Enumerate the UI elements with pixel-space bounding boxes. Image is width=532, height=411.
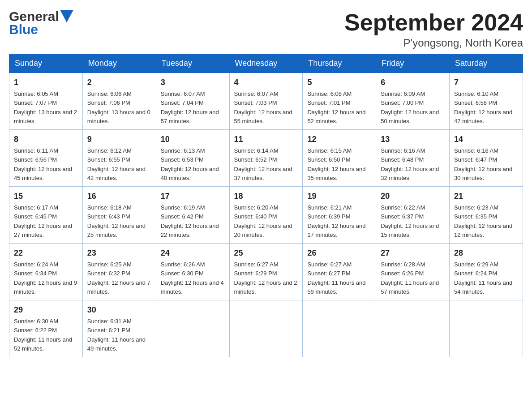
calendar-cell: 1 Sunrise: 6:05 AMSunset: 7:07 PMDayligh… xyxy=(9,73,83,130)
col-monday: Monday xyxy=(82,54,156,73)
day-number: 1 xyxy=(14,77,78,89)
calendar-cell: 25 Sunrise: 6:27 AMSunset: 6:29 PMDaylig… xyxy=(229,244,303,300)
calendar-table: Sunday Monday Tuesday Wednesday Thursday… xyxy=(9,54,523,357)
day-number: 24 xyxy=(161,247,225,259)
day-number: 3 xyxy=(161,77,225,89)
day-number: 17 xyxy=(161,190,225,202)
day-info: Sunrise: 6:27 AMSunset: 6:29 PMDaylight:… xyxy=(234,261,297,295)
day-info: Sunrise: 6:11 AMSunset: 6:56 PMDaylight:… xyxy=(14,147,72,181)
month-title: September 2024 xyxy=(344,9,523,36)
day-info: Sunrise: 6:14 AMSunset: 6:52 PMDaylight:… xyxy=(234,147,292,181)
calendar-cell: 7 Sunrise: 6:10 AMSunset: 6:58 PMDayligh… xyxy=(450,73,523,130)
calendar-week-row: 29 Sunrise: 6:30 AMSunset: 6:22 PMDaylig… xyxy=(9,300,523,357)
calendar-cell: 27 Sunrise: 6:28 AMSunset: 6:26 PMDaylig… xyxy=(376,244,450,300)
day-info: Sunrise: 6:27 AMSunset: 6:27 PMDaylight:… xyxy=(307,261,365,295)
col-saturday: Saturday xyxy=(450,54,523,73)
day-info: Sunrise: 6:12 AMSunset: 6:55 PMDaylight:… xyxy=(87,147,146,181)
calendar-cell: 4 Sunrise: 6:07 AMSunset: 7:03 PMDayligh… xyxy=(229,73,303,130)
day-info: Sunrise: 6:26 AMSunset: 6:30 PMDaylight:… xyxy=(161,261,224,295)
day-info: Sunrise: 6:20 AMSunset: 6:40 PMDaylight:… xyxy=(234,204,292,238)
day-number: 13 xyxy=(381,133,445,146)
logo: General Blue xyxy=(9,9,73,37)
day-info: Sunrise: 6:28 AMSunset: 6:26 PMDaylight:… xyxy=(381,261,439,295)
calendar-cell: 3 Sunrise: 6:07 AMSunset: 7:04 PMDayligh… xyxy=(156,73,229,130)
logo-arrow-icon xyxy=(60,10,73,22)
title-area: September 2024 P'yongsong, North Korea xyxy=(344,9,523,49)
day-number: 25 xyxy=(234,247,298,259)
calendar-cell xyxy=(229,300,303,357)
day-number: 29 xyxy=(14,304,78,316)
day-number: 12 xyxy=(307,133,371,146)
calendar-cell: 14 Sunrise: 6:16 AMSunset: 6:47 PMDaylig… xyxy=(450,130,523,187)
calendar-week-row: 8 Sunrise: 6:11 AMSunset: 6:56 PMDayligh… xyxy=(9,130,523,187)
day-info: Sunrise: 6:21 AMSunset: 6:39 PMDaylight:… xyxy=(307,204,365,238)
day-info: Sunrise: 6:25 AMSunset: 6:32 PMDaylight:… xyxy=(87,261,150,295)
day-number: 21 xyxy=(454,190,518,202)
calendar-cell: 13 Sunrise: 6:16 AMSunset: 6:48 PMDaylig… xyxy=(376,130,450,187)
day-number: 5 xyxy=(307,77,371,89)
logo-text-blue: Blue xyxy=(9,22,38,37)
calendar-week-row: 22 Sunrise: 6:24 AMSunset: 6:34 PMDaylig… xyxy=(9,244,523,300)
calendar-cell: 23 Sunrise: 6:25 AMSunset: 6:32 PMDaylig… xyxy=(82,244,156,300)
calendar-cell: 28 Sunrise: 6:29 AMSunset: 6:24 PMDaylig… xyxy=(450,244,523,300)
col-friday: Friday xyxy=(376,54,450,73)
day-info: Sunrise: 6:30 AMSunset: 6:22 PMDaylight:… xyxy=(14,318,72,352)
day-info: Sunrise: 6:07 AMSunset: 7:03 PMDaylight:… xyxy=(234,90,292,124)
day-info: Sunrise: 6:13 AMSunset: 6:53 PMDaylight:… xyxy=(161,147,219,181)
calendar-cell: 9 Sunrise: 6:12 AMSunset: 6:55 PMDayligh… xyxy=(82,130,156,187)
day-number: 22 xyxy=(14,247,78,259)
day-number: 11 xyxy=(234,133,298,146)
calendar-header-row: Sunday Monday Tuesday Wednesday Thursday… xyxy=(9,54,523,73)
day-number: 15 xyxy=(14,190,78,202)
day-number: 18 xyxy=(234,190,298,202)
day-info: Sunrise: 6:18 AMSunset: 6:43 PMDaylight:… xyxy=(87,204,146,238)
day-number: 9 xyxy=(87,133,151,146)
day-info: Sunrise: 6:17 AMSunset: 6:45 PMDaylight:… xyxy=(14,204,72,238)
day-info: Sunrise: 6:15 AMSunset: 6:50 PMDaylight:… xyxy=(307,147,365,181)
day-info: Sunrise: 6:31 AMSunset: 6:21 PMDaylight:… xyxy=(87,318,146,352)
day-number: 2 xyxy=(87,77,151,89)
calendar-cell xyxy=(303,300,376,357)
col-thursday: Thursday xyxy=(303,54,376,73)
day-info: Sunrise: 6:10 AMSunset: 6:58 PMDaylight:… xyxy=(454,90,512,124)
calendar-cell: 2 Sunrise: 6:06 AMSunset: 7:06 PMDayligh… xyxy=(82,73,156,130)
day-number: 4 xyxy=(234,77,298,89)
day-info: Sunrise: 6:16 AMSunset: 6:47 PMDaylight:… xyxy=(454,147,512,181)
day-number: 27 xyxy=(381,247,445,259)
day-number: 20 xyxy=(381,190,445,202)
day-info: Sunrise: 6:16 AMSunset: 6:48 PMDaylight:… xyxy=(381,147,439,181)
calendar-cell: 18 Sunrise: 6:20 AMSunset: 6:40 PMDaylig… xyxy=(229,187,303,244)
day-number: 28 xyxy=(454,247,518,259)
day-number: 19 xyxy=(307,190,371,202)
calendar-cell xyxy=(156,300,229,357)
calendar-cell xyxy=(450,300,523,357)
col-sunday: Sunday xyxy=(9,54,83,73)
calendar-cell: 19 Sunrise: 6:21 AMSunset: 6:39 PMDaylig… xyxy=(303,187,376,244)
calendar-cell: 29 Sunrise: 6:30 AMSunset: 6:22 PMDaylig… xyxy=(9,300,83,357)
day-number: 8 xyxy=(14,133,78,146)
day-info: Sunrise: 6:23 AMSunset: 6:35 PMDaylight:… xyxy=(454,204,512,238)
calendar-cell: 26 Sunrise: 6:27 AMSunset: 6:27 PMDaylig… xyxy=(303,244,376,300)
location-title: P'yongsong, North Korea xyxy=(344,37,523,49)
day-number: 30 xyxy=(87,304,151,316)
calendar-cell: 10 Sunrise: 6:13 AMSunset: 6:53 PMDaylig… xyxy=(156,130,229,187)
calendar-cell: 15 Sunrise: 6:17 AMSunset: 6:45 PMDaylig… xyxy=(9,187,83,244)
calendar-cell: 8 Sunrise: 6:11 AMSunset: 6:56 PMDayligh… xyxy=(9,130,83,187)
calendar-week-row: 15 Sunrise: 6:17 AMSunset: 6:45 PMDaylig… xyxy=(9,187,523,244)
day-number: 16 xyxy=(87,190,151,202)
day-info: Sunrise: 6:24 AMSunset: 6:34 PMDaylight:… xyxy=(14,261,77,295)
col-wednesday: Wednesday xyxy=(229,54,303,73)
day-info: Sunrise: 6:19 AMSunset: 6:42 PMDaylight:… xyxy=(161,204,219,238)
header: General Blue September 2024 P'yongsong, … xyxy=(9,9,523,49)
col-tuesday: Tuesday xyxy=(156,54,229,73)
calendar-week-row: 1 Sunrise: 6:05 AMSunset: 7:07 PMDayligh… xyxy=(9,73,523,130)
day-number: 6 xyxy=(381,77,445,89)
day-info: Sunrise: 6:07 AMSunset: 7:04 PMDaylight:… xyxy=(161,90,219,124)
calendar-cell: 21 Sunrise: 6:23 AMSunset: 6:35 PMDaylig… xyxy=(450,187,523,244)
day-number: 14 xyxy=(454,133,518,146)
calendar-cell xyxy=(376,300,450,357)
calendar-cell: 11 Sunrise: 6:14 AMSunset: 6:52 PMDaylig… xyxy=(229,130,303,187)
svg-marker-0 xyxy=(60,10,73,22)
day-info: Sunrise: 6:09 AMSunset: 7:00 PMDaylight:… xyxy=(381,90,439,124)
day-number: 26 xyxy=(307,247,371,259)
